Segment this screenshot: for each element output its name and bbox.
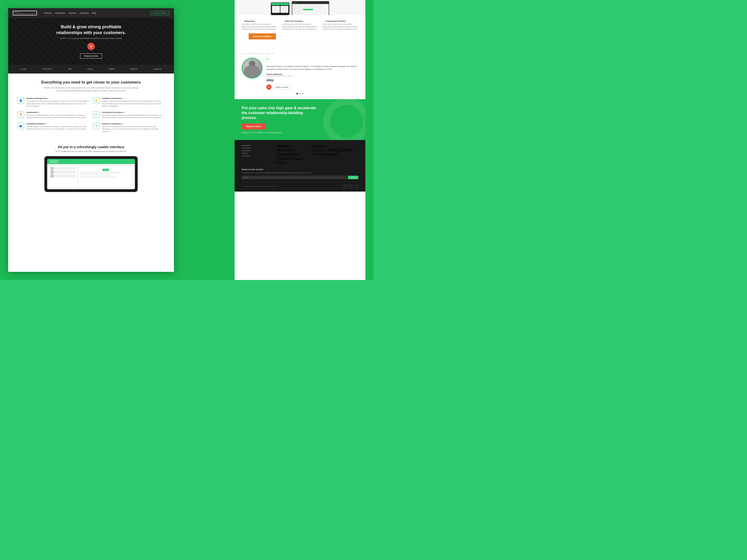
tablet-row-3 [50,175,76,177]
tablet-screen: EASI'R [47,159,135,189]
hero-subtitle: EASI'R – The Leading Cloud Relations Pla… [49,37,133,39]
rp-device-top [235,0,365,15]
footer-contactus-link[interactable]: Contact Us [311,148,330,152]
footer-management-link[interactable]: Management [241,145,273,146]
feature-automated-text: Automated Relations > Take advantage of … [26,123,89,133]
xing-icon[interactable]: x [355,185,358,188]
cta-bg-pattern [323,99,365,140]
quote-body: The hardest thing is not building comput… [266,65,358,71]
tablet-avatar-3 [50,174,54,178]
footer-email-input[interactable] [241,176,347,179]
rp-work-title-row: ✓ Work from anywhere [282,20,318,22]
cta-request-demo-button[interactable]: Request Demo [241,124,266,130]
rp-check-icon-1: ✓ [241,20,243,22]
feature-intelligent-text: Intelligent Interactions > Analyze custo… [102,97,164,108]
main-page: EASI'R CUSTOMER RELATIONS Platform Custo… [8,8,174,272]
feature-governance-text: Centralized Governance > Not every compa… [102,111,164,119]
feature-integrations: ⊕ Seamless Integrations > Get a smooth, … [93,123,164,133]
tablet-header: EASI'R [47,159,135,164]
footer-relations-link[interactable]: Relations [241,152,273,154]
footer-impressum-link[interactable]: Impressum [320,152,339,156]
carousel-dot-1[interactable] [297,93,298,95]
rp-feature-work-anywhere: ✓ Work from anywhere Lorem ipsum dolor s… [282,20,318,31]
relations-icon: 👤 [18,97,24,104]
feature-automated-title[interactable]: Automated Relations > [26,123,89,125]
footer-contact-blog-link[interactable]: Blog [331,148,338,152]
feature-gamification-body: Maximise the motivation of your team to … [26,114,89,119]
footer-governance-link[interactable]: Governance [241,150,273,152]
hero-section: Build & grow strong profitable relations… [8,18,174,64]
logo: EASI'R CUSTOMER RELATIONS [13,11,37,16]
nav-request-demo-button[interactable]: Request Demo [151,11,169,15]
logo-audi: Audi [21,68,26,70]
footer-contact-careers-link[interactable]: Careers [340,148,353,152]
carousel-next-button[interactable]: › [362,74,363,78]
footer-contact-title: CONTACT [311,145,358,148]
rp-custom-body: Lorem ipsum dolor sit amet, consectetur … [323,23,358,31]
twitter-icon[interactable]: t [349,185,353,188]
carousel-dot-2[interactable] [299,93,301,95]
integrations-icon: ⊕ [93,123,99,129]
watch-play-icon [266,84,272,89]
footer-pres-link[interactable]: Pres [311,152,319,156]
footer-newsletter-desc: Subscribe to join a savvy crew of growth… [241,172,358,174]
hero-content: Build & grow strong profitable relations… [49,24,133,59]
tablet-line-2 [80,174,111,176]
rp-feature-responsive: ✓ Responsive Lorem ipsum dolor sit amet,… [241,20,277,31]
footer-careers-link[interactable]: Careers [277,152,290,156]
feature-governance-title[interactable]: Centralized Governance > [102,111,164,113]
testimonial-text: " The hardest thing is not building comp… [266,58,358,90]
tablet-row-1 [50,167,76,170]
footer-blog-link[interactable]: Blog [287,148,295,152]
hero-demo-button[interactable]: Request Demo [80,53,102,59]
feature-gamification-title[interactable]: Gamification > [26,111,89,113]
feature-intelligent-title[interactable]: Intelligent Interactions > [102,97,164,99]
carousel-dot-3[interactable] [302,93,304,95]
tablet-sidebar [49,166,77,187]
feature-relations: 👤 Relations Management > Track leads and… [18,97,89,108]
footer-bottom: – All rights reserved – A part of the Lo… [241,182,358,188]
features-section: Everything you need to get closer to you… [8,74,174,139]
footer-integrations-link[interactable]: Integrations [241,155,273,157]
ebay-logo: ebay [266,78,358,82]
rp-responsive-title-row: ✓ Responsive [241,20,277,22]
watch-interview-button[interactable]: Watch Interview [266,84,358,89]
device-laptop [292,1,329,15]
quote-author: Andrew Whitehair [266,73,358,75]
hero-play-button[interactable] [87,43,95,50]
nav-links: Platform Customers Partners Company Blog [44,12,146,14]
usable-subtitle: So it's simpler than ever to interact wi… [18,150,164,152]
linkedin-icon[interactable]: in [343,185,347,188]
footer-col-contact: CONTACT Contact Us Blog Careers Pres Imp… [311,145,358,165]
tablet-content: Action [47,164,135,189]
footer-interactions-link[interactable]: Interactions [241,147,273,149]
right-panel: ✓ Responsive Lorem ipsum dolor sit amet,… [235,0,365,280]
footer-signup-button[interactable]: Sign Up [348,176,358,179]
nav-blog[interactable]: Blog [92,12,96,14]
tablet-line-1 [80,172,121,174]
feature-intelligent: 💡 Intelligent Interactions > Analyze cus… [93,97,164,108]
cta-section: Put your sales into high gear & accelera… [235,99,365,140]
feature-relations-title[interactable]: Relations Management > [26,97,89,99]
tablet-main: Action [78,166,133,187]
testimonial-avatar [241,58,263,79]
footer-newsletter-form: Sign Up [241,176,358,179]
discover-platform-button[interactable]: Discover Platform [249,33,276,39]
automated-icon: 👥 [18,123,24,129]
footer-company-title: COMPANY [277,145,308,148]
logo-bmw: BMW [109,68,115,70]
nav-company[interactable]: Company [80,12,89,14]
nav-partners[interactable]: Partners [69,12,77,14]
testimonial-label: CUSTOMERS ABOUT EASI'R [241,53,358,54]
rp-work-body: Lorem ipsum dolor sit amet, consectetur … [282,23,318,31]
rp-custom-title: Customizable Interface [326,20,346,22]
logo-ebay: ebay [87,68,93,70]
nav-customers[interactable]: Customers [55,12,66,14]
testimonial-content: " The hardest thing is not building comp… [241,58,358,90]
watch-label: Watch Interview [273,85,291,89]
footer-about-link[interactable]: About [277,148,286,152]
feature-integrations-title[interactable]: Seamless Integrations > [102,123,164,125]
footer-social: in t x [343,185,358,188]
rp-feature-customizable: ✓ Customizable Interface Lorem ipsum dol… [323,20,358,31]
nav-platform[interactable]: Platform [44,12,52,14]
